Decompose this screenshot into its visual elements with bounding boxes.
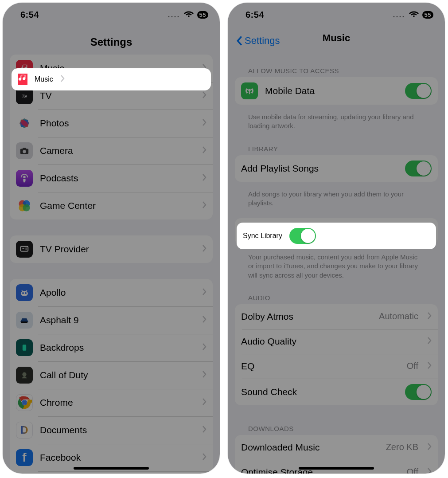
cell-signal-dots-icon: .... [168, 10, 180, 20]
row-eq[interactable]: EQ Off [235, 354, 438, 379]
nav-header: Settings Music [228, 24, 445, 50]
chevron-right-icon [202, 315, 206, 325]
settings-row-gamecenter[interactable]: Game Center [10, 192, 213, 219]
row-audio-quality[interactable]: Audio Quality [235, 329, 438, 354]
status-icons: .... 55 [168, 9, 208, 21]
chrome-icon [16, 394, 33, 411]
settings-row-podcasts[interactable]: Podcasts [10, 165, 213, 192]
status-bar: 6:54 .... 55 [3, 3, 220, 24]
section-header-audio: AUDIO [235, 290, 438, 304]
home-indicator[interactable] [74, 467, 149, 470]
row-detail: Zero KB [386, 442, 418, 452]
camera-icon [16, 142, 33, 159]
svg-point-12 [23, 204, 30, 211]
status-bar: 6:54 .... 55 [228, 3, 445, 24]
row-add-playlist-songs[interactable]: Add Playlist Songs [235, 155, 438, 182]
row-label: Photos [40, 118, 195, 129]
chevron-right-icon [202, 201, 206, 211]
row-detail: Off [407, 361, 418, 371]
music-settings-screen: 6:54 .... 55 Settings Music ALLOW MUSIC … [228, 3, 445, 474]
row-label: Podcasts [40, 173, 195, 184]
settings-row-apollo[interactable]: Apollo [10, 279, 213, 306]
highlight-sync-library-row[interactable]: Sync Library [237, 223, 436, 249]
back-button[interactable]: Settings [236, 35, 280, 47]
row-label: Apollo [40, 287, 195, 298]
settings-row-backdrops[interactable]: Backdrops [10, 334, 213, 361]
mobile-data-switch[interactable] [405, 83, 432, 99]
row-label: Chrome [40, 397, 195, 408]
row-label: Add Playlist Songs [241, 163, 398, 174]
settings-row-documents[interactable]: D Documents [10, 416, 213, 444]
svg-point-23 [23, 401, 27, 405]
status-icons: .... 55 [393, 9, 433, 21]
settings-row-camera[interactable]: Camera [10, 137, 213, 165]
settings-row-tvprovider[interactable]: TV Provider [10, 235, 213, 263]
highlight-music-row[interactable]: Music [12, 68, 211, 90]
row-label: Downloaded Music [241, 442, 379, 453]
music-settings-list[interactable]: ALLOW MUSIC TO ACCESS Mobile Data Use mo… [228, 50, 445, 474]
wifi-icon [409, 9, 419, 21]
battery-indicator: 55 [197, 11, 208, 19]
nav-header: Settings [3, 24, 220, 55]
settings-row-photos[interactable]: Photos [10, 110, 213, 137]
settings-row-asphalt9[interactable]: Asphalt 9 [10, 306, 213, 334]
home-indicator[interactable] [299, 467, 374, 470]
cod-icon [16, 367, 33, 384]
row-label: Mobile Data [265, 86, 398, 96]
music-icon [18, 74, 27, 85]
apollo-icon [16, 284, 33, 301]
svg-point-15 [22, 292, 24, 294]
chevron-right-icon [202, 425, 206, 435]
row-dolby-atmos[interactable]: Dolby Atmos Automatic [235, 304, 438, 329]
row-mobile-data[interactable]: Mobile Data [235, 77, 438, 105]
add-playlist-switch[interactable] [405, 161, 432, 176]
battery-level: 55 [425, 12, 431, 18]
backdrops-icon [16, 339, 33, 356]
row-label: Audio Quality [241, 336, 420, 347]
chevron-right-icon [427, 312, 432, 321]
battery-level: 55 [199, 12, 206, 18]
svg-point-24 [249, 89, 250, 91]
page-title: Settings [3, 36, 220, 48]
row-detail: Automatic [379, 311, 418, 321]
row-label: Game Center [40, 200, 195, 211]
row-label: Sync Library [243, 232, 282, 240]
chevron-right-icon [427, 361, 432, 371]
section-header-downloads: DOWNLOADS [235, 421, 438, 435]
row-label: Backdrops [40, 342, 195, 353]
documents-icon: D [16, 422, 33, 439]
gamecenter-icon [16, 197, 33, 214]
row-detail: Off [407, 467, 418, 474]
settings-row-cod[interactable]: Call of Duty [10, 361, 213, 389]
chevron-right-icon [202, 173, 206, 183]
chevron-right-icon [427, 443, 432, 452]
settings-row-chrome[interactable]: Chrome [10, 389, 213, 416]
settings-list[interactable]: Music tv TV Photos Camera [3, 55, 220, 474]
access-group: Mobile Data [235, 77, 438, 105]
row-label: Facebook [40, 452, 195, 463]
thirdparty-group: Apollo Asphalt 9 Backdrops [10, 279, 213, 474]
add-playlist-footer: Add songs to your library when you add t… [235, 186, 438, 219]
row-label: Dolby Atmos [241, 311, 372, 322]
row-sound-check[interactable]: Sound Check [235, 379, 438, 405]
tvprovider-icon [16, 241, 33, 258]
wifi-icon [184, 9, 194, 21]
row-downloaded-music[interactable]: Downloaded Music Zero KB [235, 435, 438, 460]
svg-point-14 [21, 291, 28, 296]
chevron-right-icon [60, 74, 65, 84]
sound-check-switch[interactable] [405, 384, 432, 400]
row-label: Camera [40, 145, 195, 156]
battery-indicator: 55 [422, 11, 433, 19]
settings-row-fotmob[interactable]: FotMob [10, 471, 213, 474]
audio-group: Dolby Atmos Automatic Audio Quality EQ O… [235, 304, 438, 405]
section-header-library: LIBRARY [235, 141, 438, 155]
sync-library-switch[interactable] [289, 228, 316, 244]
svg-rect-17 [21, 321, 27, 323]
access-footer: Use mobile data for streaming, updating … [235, 109, 438, 141]
sync-library-footer: Your purchased music, content you add fr… [235, 249, 438, 290]
settings-screen: 6:54 .... 55 Settings Music tv [3, 3, 220, 474]
row-label: Asphalt 9 [40, 315, 195, 325]
chevron-right-icon [202, 244, 206, 254]
row-label: Documents [40, 425, 195, 435]
library-group-1: Add Playlist Songs [235, 155, 438, 182]
